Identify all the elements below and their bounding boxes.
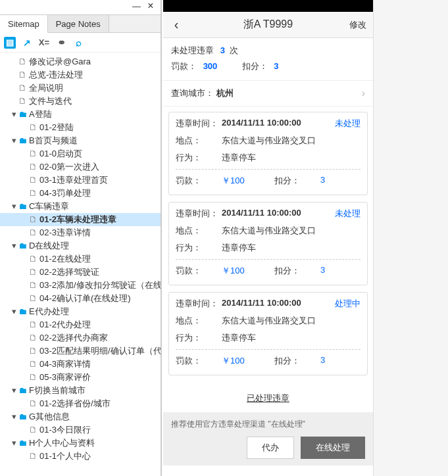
- tree-page[interactable]: 🗋01-1个人中心: [0, 450, 161, 463]
- tree-page[interactable]: 🗋02-0第一次进入: [0, 160, 161, 174]
- tree-page[interactable]: 🗋03-2匹配结果明细/确认订单（代办: [0, 345, 161, 358]
- act-value: 违章停车: [222, 152, 361, 164]
- online-button[interactable]: 在线处理: [301, 437, 365, 459]
- query-city-row[interactable]: 查询城市： 杭州 ›: [163, 80, 373, 107]
- sitemap-tree[interactable]: 🗋修改记录@Gara🗋总览-违法处理🗋全局说明🗋文件与迭代🖿A登陆🗋01-2登陆…: [0, 53, 161, 476]
- tree-folder[interactable]: 🖿F切换当前城市: [0, 384, 161, 397]
- page-icon: 🗋: [18, 70, 27, 80]
- folder-icon: 🖿: [18, 201, 27, 211]
- tree-page[interactable]: 🗋04-3商家详情: [0, 358, 161, 371]
- loc-label: 地点：: [176, 135, 222, 147]
- act-label: 行为：: [176, 332, 222, 344]
- tree-page[interactable]: 🗋04-2确认订单(在线处理): [0, 292, 161, 305]
- tree-label: C车辆违章: [29, 201, 69, 211]
- page-icon: 🗋: [18, 96, 27, 106]
- processed-link[interactable]: 已处理违章: [163, 387, 373, 412]
- tree-page[interactable]: 🗋全局说明: [0, 82, 161, 95]
- tree-page[interactable]: 🗋01-2车辆未处理违章: [0, 213, 161, 226]
- loc-value: 东信大道与伟业路交叉口: [222, 135, 361, 147]
- pts-value: 3: [320, 265, 361, 277]
- minimize-icon[interactable]: —: [130, 1, 142, 11]
- tree-page[interactable]: 🗋01-2选择省份/城市: [0, 397, 161, 410]
- tree-page[interactable]: 🗋02-3违章详情: [0, 226, 161, 239]
- page-icon: 🗋: [29, 346, 37, 356]
- agent-button[interactable]: 代办: [247, 437, 294, 459]
- tree-page[interactable]: 🗋02-2选择驾驶证: [0, 266, 161, 279]
- tree-label: E代办处理: [29, 306, 69, 316]
- pending-label: 未处理违章: [171, 45, 214, 55]
- back-icon[interactable]: ‹: [163, 17, 189, 32]
- tab-page-notes[interactable]: Page Notes: [48, 15, 109, 32]
- footer: 推荐使用官方违章处理渠道 "在线处理" 代办 在线处理: [163, 412, 373, 465]
- tree-label: 04-3商家详情: [39, 359, 91, 369]
- tree-page[interactable]: 🗋05-3商家评价: [0, 371, 161, 384]
- violation-card[interactable]: 违章时间：2014/11/11 10:00:00处理中地点：东信大道与伟业路交叉…: [168, 292, 368, 375]
- tab-sitemap[interactable]: Sitemap: [0, 15, 48, 33]
- page-icon: 🗋: [29, 214, 37, 224]
- chevron-down-icon[interactable]: [11, 410, 18, 423]
- tree-folder[interactable]: 🖿D在线处理: [0, 239, 161, 252]
- tree-page[interactable]: 🗋修改记录@Gara: [0, 55, 161, 68]
- tree-label: 05-3商家评价: [39, 372, 91, 382]
- tree-page[interactable]: 🗋文件与迭代: [0, 95, 161, 108]
- tree-page[interactable]: 🗋总览-违法处理: [0, 68, 161, 82]
- violation-card[interactable]: 违章时间：2014/11/11 10:00:00未处理地点：东信大道与伟业路交叉…: [168, 112, 368, 195]
- tree-folder[interactable]: 🖿B首页与频道: [0, 134, 161, 147]
- tree-folder[interactable]: 🖿H个人中心与资料: [0, 437, 161, 450]
- page-icon: 🗋: [18, 83, 27, 93]
- chevron-down-icon[interactable]: [11, 108, 18, 121]
- page-view-icon[interactable]: ▤: [4, 37, 16, 49]
- fine-label: 罚款：: [176, 265, 222, 277]
- tree-label: 文件与迭代: [29, 96, 72, 106]
- tree-page[interactable]: 🗋01-2代办处理: [0, 318, 161, 331]
- tree-folder[interactable]: 🖿A登陆: [0, 108, 161, 121]
- tree-label: 01-2在线处理: [39, 254, 91, 264]
- tree-page[interactable]: 🗋04-3罚单处理: [0, 187, 161, 200]
- chevron-down-icon[interactable]: [11, 239, 18, 252]
- loc-label: 地点：: [176, 315, 222, 327]
- tree-label: 01-1个人中心: [39, 451, 91, 461]
- chevron-down-icon[interactable]: [11, 134, 18, 147]
- folder-icon: 🖿: [18, 306, 27, 316]
- tree-folder[interactable]: 🖿C车辆违章: [0, 200, 161, 213]
- search-icon[interactable]: ⌕: [72, 37, 84, 49]
- status-badge: 未处理: [335, 118, 361, 130]
- chevron-right-icon: ›: [362, 80, 365, 107]
- tree-page[interactable]: 🗋02-2选择代办商家: [0, 331, 161, 345]
- tree-folder[interactable]: 🖿G其他信息: [0, 410, 161, 423]
- tree-page[interactable]: 🗋03-2添加/修改扣分驾驶证（在线处: [0, 279, 161, 292]
- tree-page[interactable]: 🗋01-0启动页: [0, 147, 161, 160]
- tree-label: 02-0第一次进入: [39, 162, 99, 172]
- page-icon: 🗋: [29, 227, 37, 237]
- variables-icon[interactable]: X=: [38, 37, 50, 49]
- page-icon: 🗋: [29, 359, 37, 369]
- tree-folder[interactable]: 🖿E代办处理: [0, 305, 161, 318]
- link-icon[interactable]: ⚭: [55, 37, 67, 49]
- fine-value: ￥100: [222, 175, 274, 187]
- status-badge: 未处理: [335, 208, 361, 220]
- folder-icon: 🖿: [18, 438, 27, 448]
- folder-icon: 🖿: [18, 241, 27, 250]
- tree-label: 03-2匹配结果明细/确认订单（代办: [39, 346, 161, 356]
- tree-page[interactable]: 🗋01-2登陆: [0, 121, 161, 134]
- pts-label: 扣分：: [274, 265, 320, 277]
- tree-page[interactable]: 🗋01-3今日限行: [0, 423, 161, 437]
- tree-page[interactable]: 🗋01-2在线处理: [0, 252, 161, 266]
- tree-label: D在线处理: [29, 241, 69, 250]
- sidebar-tabs: Sitemap Page Notes: [0, 14, 161, 33]
- tree-label: 01-3今日限行: [39, 425, 91, 435]
- chevron-down-icon[interactable]: [11, 437, 18, 450]
- chevron-down-icon[interactable]: [11, 200, 18, 213]
- tree-label: 03-2添加/修改扣分驾驶证（在线处: [39, 280, 161, 290]
- tree-page[interactable]: 🗋03-1违章处理首页: [0, 174, 161, 187]
- arrow-icon[interactable]: ↗: [21, 37, 33, 49]
- chevron-down-icon[interactable]: [11, 305, 18, 318]
- chevron-down-icon[interactable]: [11, 384, 18, 397]
- nav-edit-button[interactable]: 修改: [349, 19, 366, 31]
- close-icon[interactable]: ×: [145, 0, 157, 12]
- violation-card[interactable]: 违章时间：2014/11/11 10:00:00未处理地点：东信大道与伟业路交叉…: [168, 202, 368, 285]
- act-value: 违章停车: [222, 242, 361, 254]
- page-icon: 🗋: [29, 122, 37, 132]
- page-icon: 🗋: [29, 398, 37, 408]
- folder-icon: 🖿: [18, 385, 27, 395]
